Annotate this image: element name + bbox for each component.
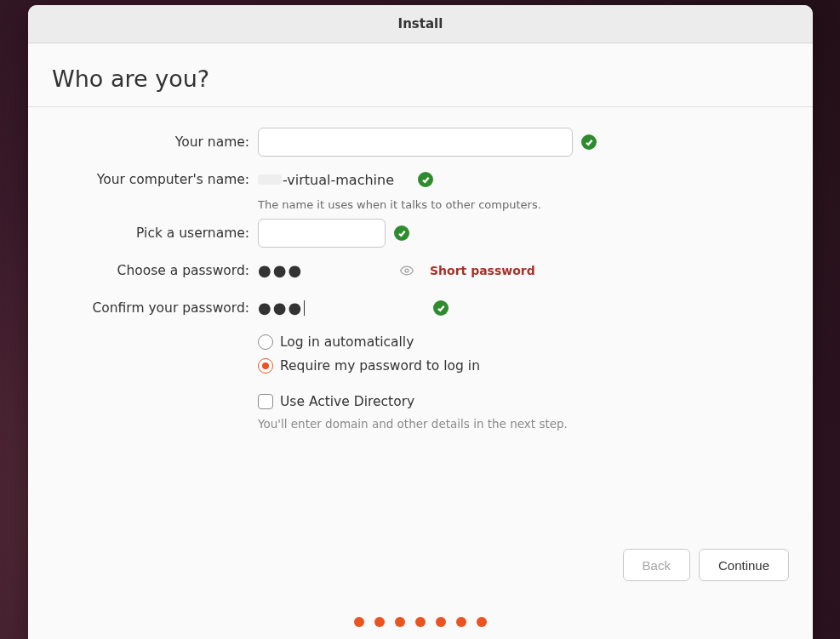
host-value: -virtual-machine [283, 172, 394, 188]
valid-icon [418, 172, 433, 187]
back-button[interactable]: Back [623, 549, 690, 581]
valid-icon [581, 134, 597, 150]
checkbox-icon [258, 394, 273, 409]
confirm-password-input[interactable]: ●●● [258, 300, 421, 316]
installer-window: Install Who are you? Your name: Your com… [28, 5, 813, 639]
password-mask: ●●● [258, 263, 303, 278]
name-input[interactable] [258, 128, 573, 157]
radio-require-label: Require my password to log in [280, 358, 480, 374]
continue-button[interactable]: Continue [699, 549, 789, 581]
reveal-password-icon[interactable] [394, 263, 420, 278]
text-caret [304, 300, 305, 316]
divider [28, 106, 813, 107]
page-title: Who are you? [52, 66, 209, 92]
row-name: Your name: [28, 127, 813, 157]
confirm-mask: ●●● [258, 300, 303, 316]
content: Who are you? Your name: Your computer's … [28, 43, 813, 639]
valid-icon [433, 300, 449, 316]
radio-icon [258, 334, 273, 350]
host-redacted-prefix [258, 174, 282, 185]
titlebar: Install [28, 5, 813, 43]
radio-require-password[interactable]: Require my password to log in [258, 354, 813, 378]
host-hint: The name it uses when it talks to other … [258, 198, 813, 211]
pager-dot [374, 617, 385, 627]
svg-point-0 [405, 269, 409, 272]
row-user: Pick a username: [28, 218, 813, 248]
user-form: Your name: Your computer's name: -virtua… [28, 127, 813, 431]
pager-dot [354, 617, 364, 627]
label-password: Choose a password: [28, 255, 258, 286]
row-host: Your computer's name: -virtual-machine [28, 164, 813, 195]
pager-dot [436, 617, 446, 627]
ad-checkbox-row[interactable]: Use Active Directory [258, 390, 813, 414]
username-input[interactable] [258, 219, 386, 248]
row-confirm: Confirm your password: ●●● [28, 293, 813, 323]
row-password: Choose a password: ●●● Short password [28, 255, 813, 286]
wizard-buttons: Back Continue [623, 549, 789, 581]
label-user: Pick a username: [28, 218, 258, 248]
password-strength: Short password [430, 264, 535, 277]
pager-dot [395, 617, 405, 627]
radio-auto-login[interactable]: Log in automatically [258, 330, 813, 354]
pager-dot [456, 617, 466, 627]
host-input[interactable]: -virtual-machine [258, 172, 409, 188]
pager-dot [415, 617, 426, 627]
pager [28, 617, 813, 627]
valid-icon [394, 225, 409, 241]
ad-label: Use Active Directory [280, 394, 414, 409]
pager-dot [477, 617, 487, 627]
radio-auto-label: Log in automatically [280, 334, 414, 350]
ad-note: You'll enter domain and other details in… [258, 417, 813, 431]
radio-icon [258, 358, 273, 374]
label-host: Your computer's name: [28, 164, 258, 195]
label-confirm: Confirm your password: [28, 293, 258, 323]
window-title: Install [398, 16, 443, 31]
label-name: Your name: [28, 127, 258, 157]
